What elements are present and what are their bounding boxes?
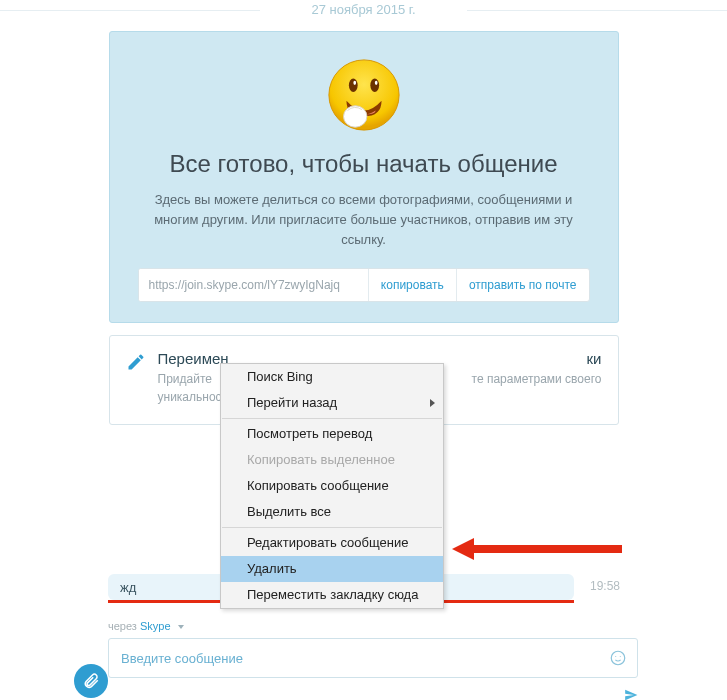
annotation-arrow: [452, 535, 622, 563]
svg-point-10: [620, 656, 621, 657]
send-icon[interactable]: [622, 688, 640, 700]
welcome-title: Все готово, чтобы начать общение: [138, 150, 590, 178]
menu-separator: [222, 418, 442, 419]
svg-point-3: [353, 81, 356, 85]
svg-point-2: [370, 78, 379, 92]
message-input[interactable]: [121, 651, 599, 666]
menu-item-bing-search[interactable]: Поиск Bing: [221, 364, 443, 390]
svg-point-8: [611, 651, 625, 665]
menu-item-delete[interactable]: Удалить: [221, 556, 443, 582]
svg-marker-7: [452, 538, 474, 560]
menu-item-copy-selection: Копировать выделенное: [221, 447, 443, 473]
via-line[interactable]: через Skype: [108, 620, 184, 632]
message-text: жд: [120, 580, 136, 595]
menu-item-view-translation[interactable]: Посмотреть перевод: [221, 421, 443, 447]
date-text: 27 ноября 2015 г.: [312, 2, 416, 17]
emoji-picker-icon[interactable]: [609, 649, 627, 667]
menu-item-move-bookmark[interactable]: Переместить закладку сюда: [221, 582, 443, 608]
via-prefix: через: [108, 620, 140, 632]
svg-point-1: [348, 78, 357, 92]
send-mail-button[interactable]: отправить по почте: [456, 269, 589, 301]
svg-point-5: [343, 106, 366, 127]
menu-separator: [222, 527, 442, 528]
welcome-card: Все готово, чтобы начать общение Здесь в…: [109, 31, 619, 323]
menu-item-copy-message[interactable]: Копировать сообщение: [221, 473, 443, 499]
invite-link-bar: копировать отправить по почте: [138, 268, 590, 302]
chevron-down-icon: [178, 625, 184, 629]
composer-area: [108, 638, 638, 678]
svg-point-4: [374, 81, 377, 85]
message-time: 19:58: [590, 579, 620, 593]
context-menu: Поиск Bing Перейти назад Посмотреть пере…: [220, 363, 444, 609]
menu-item-edit-message[interactable]: Редактировать сообщение: [221, 530, 443, 556]
message-input-box: [108, 638, 638, 678]
via-brand: Skype: [140, 620, 171, 632]
date-header: 27 ноября 2015 г.: [0, 0, 727, 17]
invite-link-input[interactable]: [139, 269, 368, 301]
smiley-emoji: [325, 56, 403, 134]
copy-link-button[interactable]: копировать: [368, 269, 456, 301]
menu-item-go-back[interactable]: Перейти назад: [221, 390, 443, 416]
pencil-icon: [126, 352, 146, 372]
attach-button[interactable]: [74, 664, 108, 698]
menu-item-select-all[interactable]: Выделить все: [221, 499, 443, 525]
welcome-body: Здесь вы можете делиться со всеми фотогр…: [138, 190, 590, 250]
svg-point-9: [615, 656, 616, 657]
